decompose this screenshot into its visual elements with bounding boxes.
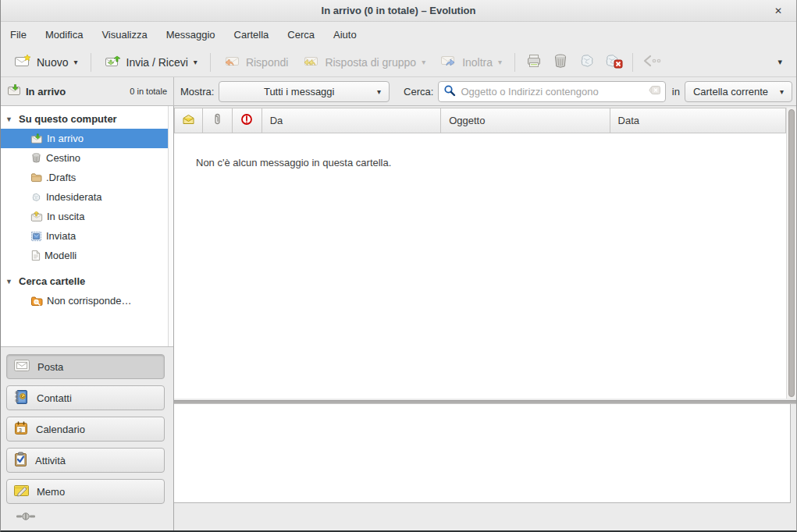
dropdown-icon: ▾ [780,87,784,96]
message-filter-dropdown[interactable]: Tutti i messaggi ▾ [219,81,390,102]
switcher-tasks-button[interactable]: Attività [6,448,165,473]
group-reply-button[interactable]: Risposta di gruppo ▾ [295,50,432,75]
online-status-icon[interactable] [16,512,35,523]
trash-icon [551,52,570,72]
folder-message-count: 0 in totale [130,87,167,96]
sidebar-item-non-corrisponde[interactable]: Non corrisponde… [1,291,173,310]
search-scope-value: Cartella corrente [693,86,774,98]
message-list-header: Da Oggetto Data [174,108,786,133]
switcher-label: Posta [37,361,63,373]
dropdown-icon: ▾ [498,58,502,66]
separator [514,53,515,72]
reply-button[interactable]: Rispondi [216,50,295,75]
switcher-memos-button[interactable]: Memo [6,479,165,504]
back-button[interactable] [639,50,665,75]
content-area: ▼ Su questo computer In arrivo Cestino .… [1,106,796,530]
template-icon [30,250,41,261]
switcher-label: Calendario [36,424,85,435]
search-folder-icon [30,296,43,307]
filter-search-bar: In arrivo 0 in totale Mostra: Tutti i me… [1,77,796,106]
menu-messaggio[interactable]: Messaggio [166,29,215,41]
sidebar-item-modelli[interactable]: Modelli [1,246,173,265]
sidebar-item-cestino[interactable]: Cestino [1,148,173,168]
expander-icon[interactable]: ▼ [5,278,15,286]
column-header-priority[interactable] [233,108,262,133]
sidebar-item-label: Cestino [46,152,80,164]
tasks-icon [13,452,28,470]
window-title: In arrivo (0 in totale) – Evolution [322,5,476,16]
search-label: Cerca: [404,86,433,98]
scrollbar-thumb[interactable] [788,109,795,397]
group-reply-icon [302,54,319,70]
menu-visualizza[interactable]: Visualizza [101,29,147,41]
junk-button[interactable] [574,50,600,75]
sidebar-scrollbar[interactable] [168,106,173,347]
evolution-window: In arrivo (0 in totale) – Evolution ✕ Fi… [0,0,797,532]
expander-icon[interactable]: ▼ [5,115,15,123]
current-folder-indicator: In arrivo 0 in totale [1,77,174,105]
separator [91,53,91,72]
column-header-da[interactable]: Da [262,108,441,133]
forward-button-label: Inoltra [462,56,493,69]
sidebar-item-indesiderata[interactable]: Indesiderata [1,187,173,207]
dropdown-icon: ▾ [422,58,425,66]
menubar: File Modifica Visualizza Messaggio Carte… [1,22,796,48]
svg-text:3: 3 [19,427,22,432]
print-button[interactable] [521,50,547,75]
tree-group-on-this-computer[interactable]: ▼ Su questo computer [1,109,173,129]
component-switcher: Posta Contatti 3 Calendario Attività Mem… [1,348,173,510]
show-label: Mostra: [180,86,214,98]
send-receive-label: Invia / Ricevi [126,56,188,69]
column-label: Oggetto [449,115,485,126]
menu-file[interactable]: File [10,29,27,41]
switcher-contacts-button[interactable]: Contatti [6,385,165,410]
forward-button[interactable]: Inoltra ▾ [432,50,509,75]
delete-button[interactable] [547,50,574,75]
sidebar-item-inviata[interactable]: Inviata [1,226,173,246]
group-reply-label: Risposta di gruppo [325,56,416,69]
toolbar-overflow-button[interactable]: ▾ [770,57,790,67]
message-list[interactable]: Non c'è alcun messaggio in questa cartel… [174,133,786,399]
tree-group-cerca-cartelle[interactable]: ▼ Cerca cartelle [1,271,173,291]
clear-search-icon[interactable] [649,85,660,98]
sidebar-item-label: Indesiderata [46,191,102,203]
sidebar: ▼ Su questo computer In arrivo Cestino .… [1,106,174,530]
reply-button-label: Rispondi [246,56,288,69]
sidebar-item-in-arrivo[interactable]: In arrivo [1,129,168,148]
menu-cartella[interactable]: Cartella [234,29,269,41]
search-input[interactable] [461,86,643,98]
new-button[interactable]: Nuovo ▾ [7,50,85,75]
back-icon [641,53,663,71]
sidebar-item-drafts[interactable]: .Drafts [1,168,173,187]
switcher-mail-button[interactable]: Posta [6,354,165,379]
column-header-status[interactable] [174,108,203,133]
switcher-label: Attività [35,455,66,466]
not-junk-button[interactable] [600,50,627,75]
column-header-oggetto[interactable]: Oggetto [441,108,610,133]
not-junk-icon [603,52,624,72]
menu-aiuto[interactable]: Aiuto [333,29,357,41]
inbox-icon [7,84,21,98]
menu-modifica[interactable]: Modifica [45,29,83,41]
search-icon [443,84,456,99]
empty-folder-message: Non c'è alcun messaggio in questa cartel… [174,133,786,168]
menu-cerca[interactable]: Cerca [287,29,315,41]
tree-group-label: Cerca cartelle [19,275,85,287]
preview-pane[interactable] [174,404,791,503]
status-bar [1,504,796,530]
send-receive-button[interactable]: Invia / Ricevi ▾ [97,50,205,75]
switcher-label: Memo [37,486,65,498]
junk-icon [578,52,596,72]
switcher-calendar-button[interactable]: 3 Calendario [6,417,165,442]
forward-icon [439,54,457,70]
column-header-data[interactable]: Data [610,108,786,133]
message-list-scrollbar[interactable] [786,108,796,399]
column-header-attachment[interactable] [203,108,233,133]
tree-group-label: Su questo computer [19,113,117,125]
search-scope-dropdown[interactable]: Cartella corrente ▾ [685,81,792,102]
close-button[interactable]: ✕ [771,4,785,18]
sidebar-item-in-uscita[interactable]: In uscita [1,207,173,226]
contacts-icon [13,389,30,407]
message-area: Da Oggetto Data Non c'è alcun messaggio … [174,106,796,530]
attachment-icon [213,113,222,128]
